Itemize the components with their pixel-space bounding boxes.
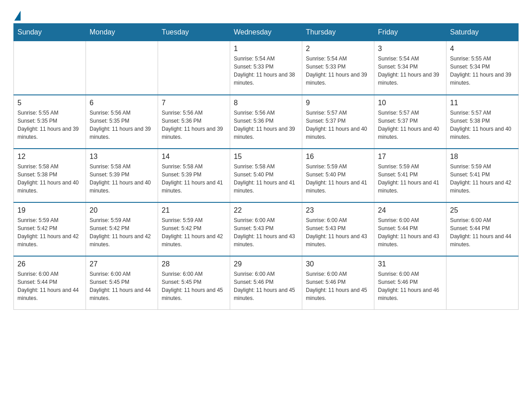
day-number: 26: [17, 260, 82, 268]
calendar-cell: 6Sunrise: 5:56 AM Sunset: 5:35 PM Daylig…: [86, 95, 158, 149]
day-number: 11: [450, 99, 515, 107]
calendar-cell: 23Sunrise: 6:00 AM Sunset: 5:43 PM Dayli…: [302, 202, 374, 256]
day-number: 24: [378, 206, 442, 214]
column-header-wednesday: Wednesday: [230, 24, 302, 41]
day-info: Sunrise: 6:00 AM Sunset: 5:44 PM Dayligh…: [378, 216, 442, 248]
day-number: 13: [90, 153, 154, 161]
day-number: 6: [90, 99, 154, 107]
day-info: Sunrise: 6:00 AM Sunset: 5:46 PM Dayligh…: [306, 270, 370, 302]
calendar-cell: 10Sunrise: 5:57 AM Sunset: 5:37 PM Dayli…: [374, 95, 446, 149]
calendar-cell: 31Sunrise: 6:00 AM Sunset: 5:46 PM Dayli…: [374, 256, 446, 310]
day-info: Sunrise: 5:56 AM Sunset: 5:35 PM Dayligh…: [90, 109, 154, 141]
calendar-cell: 19Sunrise: 5:59 AM Sunset: 5:42 PM Dayli…: [14, 202, 86, 256]
calendar-week-row: 1Sunrise: 5:54 AM Sunset: 5:33 PM Daylig…: [14, 41, 519, 95]
day-number: 30: [306, 260, 370, 268]
calendar-cell: 17Sunrise: 5:59 AM Sunset: 5:41 PM Dayli…: [374, 149, 446, 202]
calendar-cell: 13Sunrise: 5:58 AM Sunset: 5:39 PM Dayli…: [86, 149, 158, 202]
calendar-cell: 9Sunrise: 5:57 AM Sunset: 5:37 PM Daylig…: [302, 95, 374, 149]
day-info: Sunrise: 5:58 AM Sunset: 5:40 PM Dayligh…: [234, 163, 298, 195]
calendar-cell: 15Sunrise: 5:58 AM Sunset: 5:40 PM Dayli…: [230, 149, 302, 202]
calendar-cell: 20Sunrise: 5:59 AM Sunset: 5:42 PM Dayli…: [86, 202, 158, 256]
day-number: 10: [378, 99, 442, 107]
day-number: 22: [234, 206, 298, 214]
day-info: Sunrise: 5:58 AM Sunset: 5:39 PM Dayligh…: [162, 163, 226, 195]
calendar-table: SundayMondayTuesdayWednesdayThursdayFrid…: [13, 23, 519, 310]
column-header-tuesday: Tuesday: [158, 24, 230, 41]
day-info: Sunrise: 6:00 AM Sunset: 5:43 PM Dayligh…: [306, 216, 370, 248]
day-info: Sunrise: 5:59 AM Sunset: 5:41 PM Dayligh…: [378, 163, 442, 195]
calendar-cell: 16Sunrise: 5:59 AM Sunset: 5:40 PM Dayli…: [302, 149, 374, 202]
calendar-cell: 7Sunrise: 5:56 AM Sunset: 5:36 PM Daylig…: [158, 95, 230, 149]
day-info: Sunrise: 5:55 AM Sunset: 5:35 PM Dayligh…: [17, 109, 82, 141]
day-number: 25: [450, 206, 515, 214]
column-header-sunday: Sunday: [14, 24, 86, 41]
calendar-cell: [86, 41, 158, 95]
day-number: 12: [17, 153, 82, 161]
calendar-cell: 11Sunrise: 5:57 AM Sunset: 5:38 PM Dayli…: [446, 95, 519, 149]
calendar-week-row: 19Sunrise: 5:59 AM Sunset: 5:42 PM Dayli…: [14, 202, 519, 256]
calendar-week-row: 5Sunrise: 5:55 AM Sunset: 5:35 PM Daylig…: [14, 95, 519, 149]
day-number: 2: [306, 45, 370, 53]
calendar-cell: 30Sunrise: 6:00 AM Sunset: 5:46 PM Dayli…: [302, 256, 374, 310]
day-number: 23: [306, 206, 370, 214]
day-info: Sunrise: 5:58 AM Sunset: 5:39 PM Dayligh…: [90, 163, 154, 195]
day-info: Sunrise: 6:00 AM Sunset: 5:45 PM Dayligh…: [162, 270, 226, 302]
day-info: Sunrise: 5:59 AM Sunset: 5:42 PM Dayligh…: [17, 216, 82, 248]
column-header-monday: Monday: [86, 24, 158, 41]
day-info: Sunrise: 5:54 AM Sunset: 5:33 PM Dayligh…: [306, 55, 370, 87]
calendar-cell: [158, 41, 230, 95]
day-number: 29: [234, 260, 298, 268]
calendar-cell: 8Sunrise: 5:56 AM Sunset: 5:36 PM Daylig…: [230, 95, 302, 149]
day-info: Sunrise: 5:58 AM Sunset: 5:38 PM Dayligh…: [17, 163, 82, 195]
day-number: 19: [17, 206, 82, 214]
page-header: [13, 9, 519, 19]
day-number: 27: [90, 260, 154, 268]
day-number: 7: [162, 99, 226, 107]
day-info: Sunrise: 6:00 AM Sunset: 5:43 PM Dayligh…: [234, 216, 298, 248]
day-info: Sunrise: 6:00 AM Sunset: 5:44 PM Dayligh…: [450, 216, 515, 248]
calendar-week-row: 26Sunrise: 6:00 AM Sunset: 5:44 PM Dayli…: [14, 256, 519, 310]
day-info: Sunrise: 6:00 AM Sunset: 5:45 PM Dayligh…: [90, 270, 154, 302]
calendar-cell: 12Sunrise: 5:58 AM Sunset: 5:38 PM Dayli…: [14, 149, 86, 202]
day-number: 31: [378, 260, 442, 268]
column-header-thursday: Thursday: [302, 24, 374, 41]
calendar-cell: 2Sunrise: 5:54 AM Sunset: 5:33 PM Daylig…: [302, 41, 374, 95]
day-number: 1: [234, 45, 298, 53]
calendar-cell: 21Sunrise: 5:59 AM Sunset: 5:42 PM Dayli…: [158, 202, 230, 256]
day-number: 21: [162, 206, 226, 214]
calendar-cell: 3Sunrise: 5:54 AM Sunset: 5:34 PM Daylig…: [374, 41, 446, 95]
calendar-cell: 4Sunrise: 5:55 AM Sunset: 5:34 PM Daylig…: [446, 41, 519, 95]
day-info: Sunrise: 5:56 AM Sunset: 5:36 PM Dayligh…: [162, 109, 226, 141]
day-number: 28: [162, 260, 226, 268]
day-number: 17: [378, 153, 442, 161]
day-info: Sunrise: 5:54 AM Sunset: 5:33 PM Dayligh…: [234, 55, 298, 87]
calendar-cell: 14Sunrise: 5:58 AM Sunset: 5:39 PM Dayli…: [158, 149, 230, 202]
column-header-friday: Friday: [374, 24, 446, 41]
calendar-cell: 27Sunrise: 6:00 AM Sunset: 5:45 PM Dayli…: [86, 256, 158, 310]
day-number: 16: [306, 153, 370, 161]
calendar-header-row: SundayMondayTuesdayWednesdayThursdayFrid…: [14, 24, 519, 41]
calendar-cell: 26Sunrise: 6:00 AM Sunset: 5:44 PM Dayli…: [14, 256, 86, 310]
day-number: 4: [450, 45, 515, 53]
day-info: Sunrise: 5:57 AM Sunset: 5:37 PM Dayligh…: [306, 109, 370, 141]
logo-triangle-icon: [14, 11, 21, 21]
calendar-cell: 5Sunrise: 5:55 AM Sunset: 5:35 PM Daylig…: [14, 95, 86, 149]
day-info: Sunrise: 6:00 AM Sunset: 5:46 PM Dayligh…: [378, 270, 442, 302]
day-info: Sunrise: 5:59 AM Sunset: 5:42 PM Dayligh…: [162, 216, 226, 248]
day-number: 3: [378, 45, 442, 53]
day-info: Sunrise: 5:59 AM Sunset: 5:41 PM Dayligh…: [450, 163, 515, 195]
day-info: Sunrise: 6:00 AM Sunset: 5:46 PM Dayligh…: [234, 270, 298, 302]
calendar-cell: 28Sunrise: 6:00 AM Sunset: 5:45 PM Dayli…: [158, 256, 230, 310]
calendar-week-row: 12Sunrise: 5:58 AM Sunset: 5:38 PM Dayli…: [14, 149, 519, 202]
column-header-saturday: Saturday: [446, 24, 519, 41]
calendar-cell: 1Sunrise: 5:54 AM Sunset: 5:33 PM Daylig…: [230, 41, 302, 95]
calendar-cell: 25Sunrise: 6:00 AM Sunset: 5:44 PM Dayli…: [446, 202, 519, 256]
day-info: Sunrise: 6:00 AM Sunset: 5:44 PM Dayligh…: [17, 270, 82, 302]
day-number: 20: [90, 206, 154, 214]
day-info: Sunrise: 5:54 AM Sunset: 5:34 PM Dayligh…: [378, 55, 442, 87]
day-number: 5: [17, 99, 82, 107]
calendar-cell: 24Sunrise: 6:00 AM Sunset: 5:44 PM Dayli…: [374, 202, 446, 256]
calendar-cell: 29Sunrise: 6:00 AM Sunset: 5:46 PM Dayli…: [230, 256, 302, 310]
day-info: Sunrise: 5:56 AM Sunset: 5:36 PM Dayligh…: [234, 109, 298, 141]
calendar-cell: [446, 256, 519, 310]
